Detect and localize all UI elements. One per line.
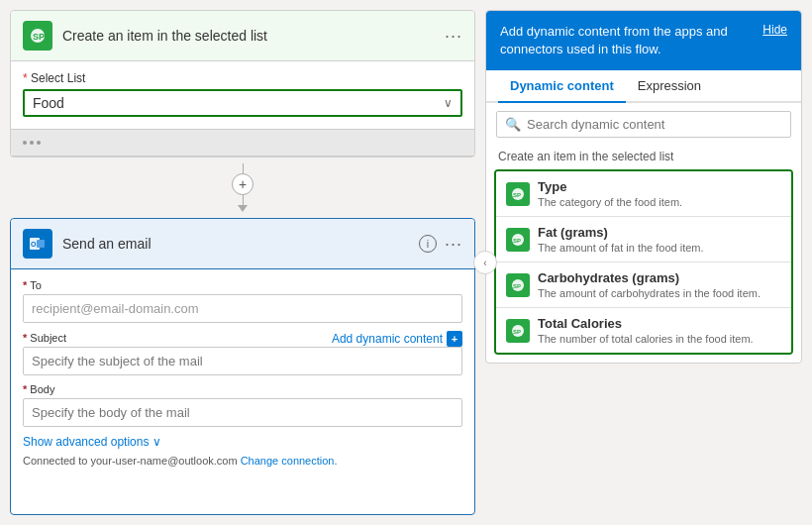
dynamic-item[interactable]: SP Fat (grams) The amount of fat in the … xyxy=(496,217,791,262)
add-dynamic-label: Add dynamic content xyxy=(332,332,443,346)
dynamic-content-panel: Add dynamic content from the apps and co… xyxy=(485,10,802,364)
dynamic-content-header: Add dynamic content from the apps and co… xyxy=(486,11,801,70)
to-field-row: * To xyxy=(23,279,462,323)
outlook-icon: O xyxy=(23,229,52,259)
create-item-body: * Select List Food ∨ xyxy=(11,61,474,129)
svg-text:O: O xyxy=(31,241,37,248)
sharepoint-icon: SP xyxy=(23,21,52,51)
item-name: Carbohydrates (grams) xyxy=(538,270,781,285)
item-description: The category of the food item. xyxy=(538,196,781,208)
item-name: Fat (grams) xyxy=(538,225,781,240)
item-content: Type The category of the food item. xyxy=(538,179,781,208)
select-list-label: * Select List xyxy=(23,71,462,85)
plus-icon: + xyxy=(447,331,462,347)
item-description: The amount of carbohydrates in the food … xyxy=(538,287,781,299)
body-label: * Body xyxy=(23,383,462,395)
dynamic-tabs: Dynamic content Expression xyxy=(486,70,801,103)
subject-label-row: * Subject Add dynamic content + xyxy=(23,331,462,347)
svg-text:SP: SP xyxy=(513,192,521,198)
item-content: Fat (grams) The amount of fat in the foo… xyxy=(538,225,781,254)
hide-panel-button[interactable]: Hide xyxy=(762,23,787,37)
dynamic-items-list: SP Type The category of the food item. S… xyxy=(494,169,793,355)
subject-label: * Subject xyxy=(23,332,324,344)
item-name: Type xyxy=(538,179,781,194)
dynamic-item[interactable]: SP Total Calories The number of total ca… xyxy=(496,308,791,353)
dynamic-item[interactable]: SP Carbohydrates (grams) The amount of c… xyxy=(496,262,791,308)
body-field-row: * Body xyxy=(23,383,462,427)
search-box: 🔍 xyxy=(496,111,791,138)
card-menu-button[interactable]: ··· xyxy=(445,26,462,47)
collapse-panel-button[interactable]: ‹ xyxy=(473,251,497,274)
select-list-value: Food xyxy=(33,95,444,111)
connector-arrow-icon xyxy=(238,205,248,212)
item-name: Total Calories xyxy=(538,316,781,331)
dynamic-content-search[interactable] xyxy=(527,117,782,132)
chevron-down-icon: ∨ xyxy=(444,96,453,110)
add-step-button[interactable]: + xyxy=(232,173,254,195)
item-content: Carbohydrates (grams) The amount of carb… xyxy=(538,270,781,299)
create-item-card: SP Create an item in the selected list ·… xyxy=(10,10,475,158)
item-content: Total Calories The number of total calor… xyxy=(538,316,781,345)
svg-text:SP: SP xyxy=(513,283,521,289)
item-sharepoint-icon: SP xyxy=(506,319,530,343)
item-sharepoint-icon: SP xyxy=(506,228,530,252)
connector-line xyxy=(243,163,244,173)
search-icon: 🔍 xyxy=(505,117,521,132)
item-sharepoint-icon: SP xyxy=(506,273,530,297)
dynamic-section-title: Create an item in the selected list xyxy=(486,146,801,169)
subject-input[interactable] xyxy=(23,347,462,375)
info-button[interactable]: i xyxy=(419,235,437,253)
email-body: * To * Subject Add dynamic content + xyxy=(11,269,474,474)
email-card-title: Send an email xyxy=(62,236,419,252)
body-input[interactable] xyxy=(23,398,462,427)
show-advanced-button[interactable]: Show advanced options ∨ xyxy=(23,435,462,449)
create-item-card-header: SP Create an item in the selected list ·… xyxy=(11,11,474,61)
change-connection-link[interactable]: Change connection. xyxy=(241,455,338,467)
svg-text:SP: SP xyxy=(513,238,521,244)
email-card-actions: i ··· xyxy=(419,234,462,255)
collapsed-dots-indicator xyxy=(23,141,41,145)
svg-rect-3 xyxy=(37,240,45,248)
step-connector: + xyxy=(10,158,475,218)
to-label: * To xyxy=(23,279,462,291)
create-item-title: Create an item in the selected list xyxy=(62,28,445,44)
item-description: The amount of fat in the food item. xyxy=(538,242,781,254)
collapsed-fields-section xyxy=(11,129,474,157)
item-sharepoint-icon: SP xyxy=(506,182,530,206)
dynamic-item[interactable]: SP Type The category of the food item. xyxy=(496,171,791,217)
item-description: The number of total calories in the food… xyxy=(538,333,781,345)
to-input[interactable] xyxy=(23,294,462,323)
connected-info: Connected to your-user-name@outlook.com … xyxy=(23,455,462,467)
email-menu-button[interactable]: ··· xyxy=(445,234,462,255)
add-dynamic-content-button[interactable]: Add dynamic content + xyxy=(332,331,462,347)
subject-field-row: * Subject Add dynamic content + xyxy=(23,331,462,375)
send-email-card: O Send an email i ··· * To * Su xyxy=(10,218,475,515)
dynamic-header-text: Add dynamic content from the apps and co… xyxy=(500,23,753,58)
select-list-dropdown[interactable]: Food ∨ xyxy=(23,89,462,117)
tab-dynamic-content[interactable]: Dynamic content xyxy=(498,70,626,103)
connector-line-bottom xyxy=(243,195,244,205)
svg-text:SP: SP xyxy=(33,32,45,42)
tab-expression[interactable]: Expression xyxy=(626,70,713,103)
email-card-header: O Send an email i ··· xyxy=(11,219,474,269)
svg-text:SP: SP xyxy=(513,329,521,335)
